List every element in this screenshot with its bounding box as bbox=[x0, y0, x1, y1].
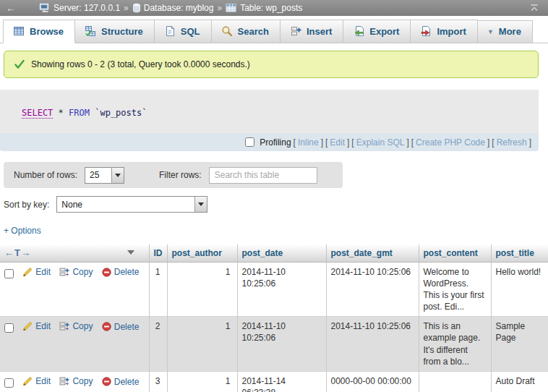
tab-browse[interactable]: Browse bbox=[3, 20, 75, 43]
tab-insert[interactable]: Insert bbox=[281, 20, 343, 43]
row-actions-cell: Edit Copy Delete bbox=[0, 262, 149, 317]
sql-query-box: SELECT * FROM `wp_posts` Profiling [ Inl… bbox=[0, 90, 539, 151]
table-icon bbox=[226, 3, 237, 13]
bracket: ] bbox=[487, 137, 489, 148]
breadcrumb-separator: » bbox=[217, 3, 222, 13]
delete-label: Delete bbox=[114, 321, 140, 333]
tab-insert-label: Insert bbox=[307, 26, 332, 37]
table-row: Edit Copy Delete 3 1 2014-11-14 06:33:38 bbox=[0, 372, 548, 392]
results-header-row: ←T→ ID post_author post_date post_date_g… bbox=[0, 244, 548, 262]
cell-post-date: 2014-11-10 10:25:06 bbox=[237, 262, 326, 317]
profiling-checkbox[interactable] bbox=[245, 137, 254, 147]
column-header-post-author[interactable]: post_author bbox=[167, 244, 237, 262]
cell-post-author: 1 bbox=[167, 262, 237, 317]
delete-row-link[interactable]: Delete bbox=[102, 266, 140, 278]
bracket: ] bbox=[347, 137, 349, 148]
tab-more[interactable]: ▼ More bbox=[478, 20, 533, 43]
collapse-console-icon[interactable] bbox=[529, 4, 539, 12]
copy-label: Copy bbox=[72, 375, 93, 387]
tab-structure-label: Structure bbox=[101, 26, 143, 37]
delete-row-link[interactable]: Delete bbox=[102, 376, 140, 388]
row-checkbox[interactable] bbox=[4, 378, 14, 388]
edit-query-link[interactable]: Edit bbox=[330, 137, 345, 148]
breadcrumb-table[interactable]: Table: wp_posts bbox=[226, 3, 302, 13]
tab-export[interactable]: Export bbox=[343, 20, 411, 43]
insert-icon bbox=[290, 25, 301, 37]
tab-export-label: Export bbox=[369, 26, 399, 37]
copy-row-link[interactable]: Copy bbox=[59, 320, 93, 332]
copy-row-link[interactable]: Copy bbox=[59, 375, 93, 387]
pencil-icon bbox=[22, 321, 33, 331]
breadcrumb-server-label: Server: 127.0.0.1 bbox=[53, 3, 120, 13]
sort-by-key-select[interactable]: None bbox=[56, 196, 207, 213]
delete-icon bbox=[102, 268, 111, 277]
edit-row-link[interactable]: Edit bbox=[22, 375, 51, 387]
column-header-post-content[interactable]: post_content bbox=[419, 244, 491, 262]
options-toggle-link[interactable]: + Options bbox=[4, 226, 41, 236]
tab-search-label: Search bbox=[238, 26, 269, 37]
tab-import[interactable]: Import bbox=[411, 20, 477, 43]
edit-row-link[interactable]: Edit bbox=[22, 320, 51, 332]
sql-keyword-from: FROM bbox=[69, 108, 90, 118]
bracket: ] bbox=[529, 137, 531, 148]
success-message: Showing rows 0 - 2 (3 total, Query took … bbox=[4, 51, 539, 78]
back-arrow-icon[interactable]: ← bbox=[6, 3, 16, 13]
success-message-text: Showing rows 0 - 2 (3 total, Query took … bbox=[31, 59, 250, 69]
copy-label: Copy bbox=[72, 320, 93, 332]
chevron-down-icon: ▼ bbox=[487, 28, 494, 35]
filter-rows-input[interactable] bbox=[209, 167, 317, 184]
cell-id: 3 bbox=[149, 372, 167, 392]
cell-post-date-gmt: 2014-11-10 10:25:06 bbox=[326, 317, 419, 372]
tab-structure[interactable]: Structure bbox=[75, 20, 155, 43]
browse-icon bbox=[13, 25, 25, 37]
row-checkbox[interactable] bbox=[4, 269, 14, 278]
tab-search[interactable]: Search bbox=[212, 20, 281, 43]
breadcrumb-server[interactable]: Server: 127.0.0.1 bbox=[39, 3, 120, 13]
tab-sql[interactable]: SQL bbox=[155, 20, 212, 43]
delete-row-link[interactable]: Delete bbox=[102, 321, 140, 333]
explain-sql-link[interactable]: Explain SQL bbox=[356, 137, 405, 148]
delete-label: Delete bbox=[114, 376, 140, 388]
bracket: [ bbox=[411, 137, 414, 148]
number-of-rows-select[interactable]: 25 bbox=[85, 167, 124, 184]
column-header-id[interactable]: ID bbox=[149, 244, 167, 262]
results-table: ←T→ ID post_author post_date post_date_g… bbox=[0, 244, 548, 392]
create-php-code-link[interactable]: Create PHP Code bbox=[416, 137, 485, 148]
tab-sql-label: SQL bbox=[181, 26, 200, 37]
table-row: Edit Copy Delete 2 1 2014-11-10 10:25:06 bbox=[0, 317, 548, 372]
search-icon bbox=[221, 25, 233, 37]
database-icon bbox=[132, 3, 141, 13]
breadcrumb-database-label: Database: myblog bbox=[144, 3, 214, 13]
copy-icon bbox=[59, 376, 69, 386]
sql-keyword-select: SELECT bbox=[22, 108, 53, 119]
cell-post-date-gmt: 0000-00-00 00:00:00 bbox=[326, 372, 419, 392]
edit-row-link[interactable]: Edit bbox=[22, 266, 51, 278]
inline-link[interactable]: Inline bbox=[298, 137, 319, 148]
column-header-post-date-gmt[interactable]: post_date_gmt bbox=[326, 244, 419, 262]
bracket: ] bbox=[406, 137, 408, 148]
breadcrumb: Server: 127.0.0.1 » Database: myblog » T… bbox=[39, 3, 302, 13]
bracket: [ bbox=[351, 137, 354, 148]
structure-icon bbox=[85, 25, 96, 37]
delete-label: Delete bbox=[114, 266, 140, 278]
success-check-icon bbox=[14, 60, 25, 69]
row-checkbox[interactable] bbox=[4, 323, 14, 333]
sql-star: * bbox=[59, 108, 64, 118]
cell-id: 2 bbox=[149, 317, 167, 372]
export-icon bbox=[353, 25, 364, 37]
tab-import-label: Import bbox=[437, 26, 466, 37]
cell-post-date: 2014-11-14 06:33:38 bbox=[237, 372, 326, 392]
sort-by-key-row: Sort by key: None bbox=[4, 196, 548, 213]
copy-row-link[interactable]: Copy bbox=[59, 266, 93, 278]
column-visibility-dropdown-icon[interactable] bbox=[127, 250, 134, 255]
column-header-post-title[interactable]: post_title bbox=[491, 244, 548, 262]
transpose-icon[interactable]: ←T→ bbox=[4, 247, 31, 258]
edit-label: Edit bbox=[35, 375, 51, 387]
breadcrumb-database[interactable]: Database: myblog bbox=[132, 3, 214, 13]
server-icon bbox=[39, 3, 51, 13]
cell-post-content: This is an example page. It's different … bbox=[419, 317, 491, 372]
bracket: ] bbox=[321, 137, 323, 148]
column-header-post-date[interactable]: post_date bbox=[237, 244, 326, 262]
import-icon bbox=[420, 25, 432, 37]
refresh-link[interactable]: Refresh bbox=[497, 137, 527, 148]
